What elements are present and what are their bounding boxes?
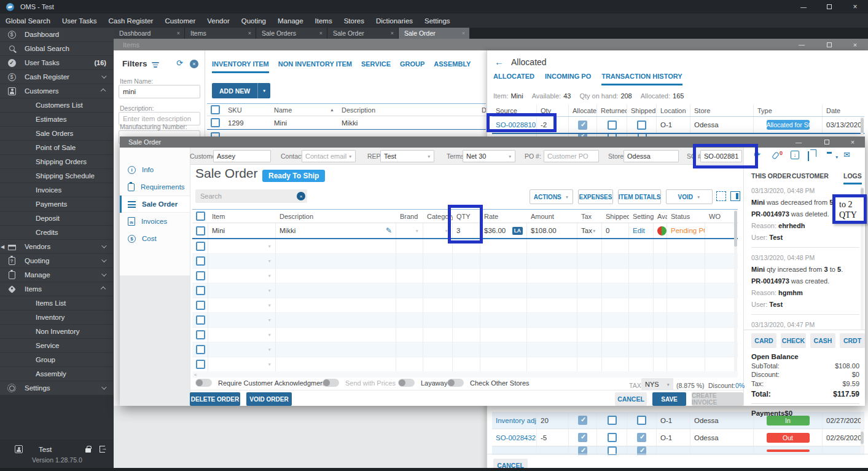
tab-sale-order[interactable]: Sale Order× — [327, 28, 398, 39]
chevron-down-icon[interactable]: ▼ — [427, 154, 431, 159]
so-minimize-button[interactable]: — — [790, 137, 807, 148]
checkbox[interactable] — [608, 433, 617, 442]
toggle-send-with-prices[interactable]: Send with Prices — [323, 379, 396, 387]
field-contact-input[interactable] — [302, 150, 356, 162]
toggle-check-other-stores[interactable]: Check Other Stores — [447, 379, 530, 387]
sidebar-item-non-inventory[interactable]: Non Inventory — [0, 325, 114, 339]
close-icon[interactable]: × — [319, 30, 323, 36]
window-maximize-button[interactable] — [820, 0, 839, 14]
source-link[interactable]: SO-0028432 — [496, 434, 536, 441]
expenses-button[interactable]: EXPENSES — [578, 189, 613, 204]
chevron-down-icon[interactable]: ▼ — [348, 154, 352, 159]
checkbox[interactable] — [578, 416, 587, 425]
menu-item-vendor[interactable]: Vendor — [207, 17, 229, 25]
tab-service[interactable]: SERVICE — [361, 60, 391, 73]
item-details-button[interactable]: ITEM DETAILS — [618, 189, 661, 204]
chevron-down-icon[interactable]: ▼ — [508, 154, 512, 159]
nav-item-invoices[interactable]: Invoices — [120, 213, 190, 230]
checkbox[interactable] — [578, 121, 587, 130]
sidebar-item-shipping-orders[interactable]: Shipping Orders — [0, 155, 114, 169]
nav-item-requirements[interactable]: Requirements — [120, 178, 190, 196]
actions-button[interactable]: ACTIONS▼ — [530, 189, 573, 204]
tab-assembly[interactable]: ASSEMBLY — [434, 60, 471, 73]
menu-item-customer[interactable]: Customer — [165, 17, 195, 25]
check-payment-button[interactable]: CHECK — [781, 333, 806, 348]
checkbox[interactable] — [196, 315, 205, 325]
toggle-switch[interactable] — [195, 379, 212, 387]
attachment-icon[interactable] — [772, 151, 780, 160]
chevron-down-icon[interactable]: ▼ — [268, 318, 272, 322]
tab-sale-orders[interactable]: Sale Orders× — [256, 28, 327, 39]
tab-this-order[interactable]: THIS ORDER — [751, 172, 791, 183]
sidebar-item-estimates[interactable]: Estimates — [0, 113, 114, 127]
checkbox[interactable] — [196, 256, 205, 266]
checkbox[interactable] — [608, 416, 617, 425]
close-icon[interactable]: × — [462, 30, 465, 36]
tab-transaction-history[interactable]: TRANSACTION HISTORY — [601, 73, 682, 85]
close-icon[interactable]: × — [391, 30, 394, 36]
tab-items[interactable]: Items× — [185, 28, 256, 39]
sidebar-collapse-icon[interactable]: ◀ — [1, 244, 4, 250]
copy-icon[interactable] — [808, 151, 809, 161]
sidebar-item-items-list[interactable]: Items List — [0, 296, 114, 311]
nav-item-info[interactable]: iInfo — [120, 161, 190, 178]
tax-select[interactable]: NYS ▼ — [641, 378, 673, 390]
items-minimize-button[interactable]: — — [793, 39, 810, 50]
cash-payment-button[interactable]: CASH — [810, 333, 835, 348]
expand-grid-icon[interactable] — [716, 191, 726, 201]
edit-settings-link[interactable]: Edit — [633, 227, 645, 234]
window-close-button[interactable]: × — [846, 0, 864, 14]
sidebar-item-quoting[interactable]: ?Quoting — [0, 254, 114, 268]
table-row[interactable]: 1299MiniMikki — [207, 116, 486, 130]
checkbox[interactable] — [578, 433, 587, 442]
void-button[interactable]: VOID▼ — [666, 189, 713, 204]
chevron-down-icon[interactable]: ▼ — [268, 362, 272, 366]
checkbox[interactable] — [196, 301, 205, 310]
scrollbar[interactable] — [861, 117, 864, 135]
checkbox[interactable] — [196, 271, 205, 280]
menu-item-settings[interactable]: Settings — [424, 17, 450, 25]
sidebar-item-items[interactable]: Items — [0, 282, 114, 296]
menu-item-user-tasks[interactable]: User Tasks — [62, 17, 97, 25]
field-customer-input[interactable] — [213, 150, 271, 162]
lock-icon[interactable] — [85, 448, 91, 453]
delete-order-button[interactable]: DELETE ORDER — [190, 392, 240, 406]
items-maximize-button[interactable] — [821, 39, 838, 50]
checkbox[interactable] — [637, 433, 646, 442]
horizontal-scrollbar[interactable]: < — [192, 371, 738, 378]
window-minimize-button[interactable]: — — [794, 0, 813, 14]
refresh-filters-icon[interactable]: ⟳ — [176, 58, 183, 68]
toggle-layaway[interactable]: Layaway — [398, 379, 447, 387]
sidebar-item-customers[interactable]: Customers — [0, 84, 114, 98]
source-link[interactable]: Inventory adjus... — [496, 417, 537, 424]
chevron-down-icon[interactable]: ▼ — [415, 229, 419, 233]
add-new-button[interactable]: ADD NEW — [212, 83, 257, 98]
checkbox[interactable] — [211, 105, 220, 114]
menu-item-cash-register[interactable]: Cash Register — [109, 17, 154, 25]
toggle-switch[interactable] — [447, 379, 464, 387]
tab-sale-order[interactable]: Sale Order× — [399, 28, 469, 39]
sidebar-item-customers-list[interactable]: Customers List — [0, 98, 114, 113]
toggle-require-customer-acknowledgment[interactable]: Require Customer Acknowledgment — [195, 379, 326, 387]
chevron-down-icon[interactable]: ▼ — [268, 303, 272, 307]
tab-group[interactable]: GROUP — [400, 60, 424, 73]
empty-item-row[interactable]: ▼ — [192, 254, 738, 269]
nav-item-sale-order[interactable]: Sale Order — [120, 196, 190, 213]
chevron-down-icon[interactable]: ▼ — [592, 229, 596, 233]
toggle-switch[interactable] — [323, 379, 339, 387]
tab-logs[interactable]: LOGS — [843, 172, 862, 184]
tab-inventory-item[interactable]: INVENTORY ITEM — [212, 60, 269, 73]
toggle-switch[interactable] — [398, 379, 415, 387]
menu-item-manage[interactable]: Manage — [278, 17, 303, 25]
sidebar-item-shipping-schedule[interactable]: Shipping Schedule — [0, 169, 114, 183]
discount-value[interactable]: 0% — [735, 382, 745, 389]
sidebar-item-assembly[interactable]: Assembly — [0, 367, 114, 381]
order-search-input[interactable] — [195, 189, 307, 203]
checkbox[interactable] — [196, 286, 205, 295]
void-order-button[interactable]: VOID ORDER — [246, 392, 292, 406]
menu-item-quoting[interactable]: Quoting — [241, 17, 266, 25]
back-arrow-icon[interactable]: ← — [495, 57, 504, 67]
clear-filters-icon[interactable]: × — [190, 60, 198, 68]
scroll-left-icon[interactable]: < — [194, 372, 197, 378]
chevron-down-icon[interactable]: ▼ — [268, 288, 272, 293]
